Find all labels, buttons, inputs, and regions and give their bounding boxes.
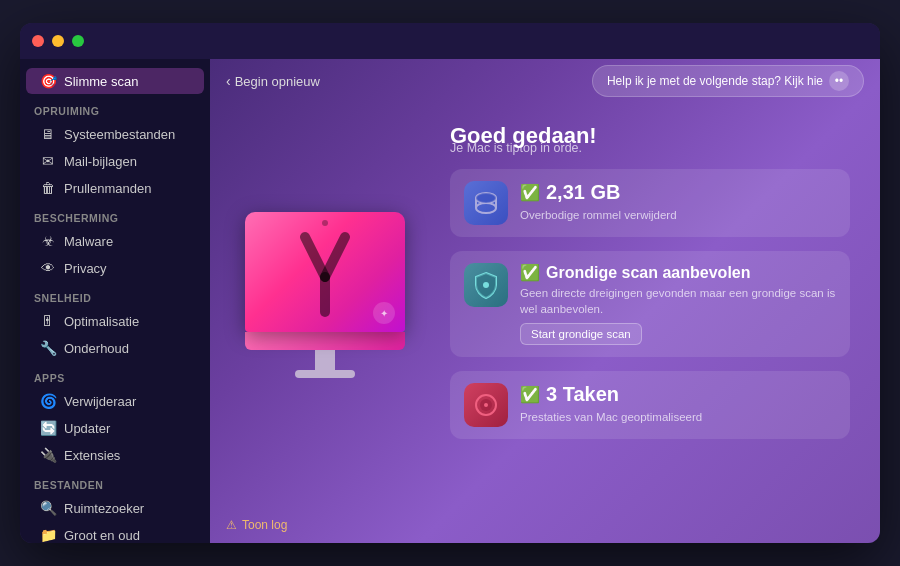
shield-icon bbox=[464, 263, 508, 307]
titlebar bbox=[20, 23, 880, 59]
help-text: Help ik je met de volgende stap? Kijk hi… bbox=[607, 74, 823, 88]
svg-line-0 bbox=[305, 237, 325, 277]
sidebar-item-systeembestanden[interactable]: 🖥 Systeembestanden bbox=[26, 121, 204, 147]
onderhoud-icon: 🔧 bbox=[40, 340, 56, 356]
slimme-scan-icon: 🎯 bbox=[40, 73, 56, 89]
main-body: ✦ Goed gedaan! Je Mac is tiptop in orde. bbox=[210, 103, 880, 507]
content-area: 🎯 Slimme scan Opruiming 🖥 Systeembestand… bbox=[20, 59, 880, 543]
sidebar-item-privacy[interactable]: 👁 Privacy bbox=[26, 255, 204, 281]
sidebar-item-onderhoud[interactable]: 🔧 Onderhoud bbox=[26, 335, 204, 361]
scan-desc: Geen directe dreigingen gevonden maar ee… bbox=[520, 285, 836, 317]
sidebar-item-label: Mail-bijlagen bbox=[64, 154, 137, 169]
sidebar-item-label: Optimalisatie bbox=[64, 314, 139, 329]
warning-icon: ⚠ bbox=[226, 518, 237, 532]
result-item-scan: ✅ Grondige scan aanbevolen Geen directe … bbox=[450, 251, 850, 357]
sidebar-item-label: Updater bbox=[64, 421, 110, 436]
groot-en-oud-icon: 📁 bbox=[40, 527, 56, 543]
close-button[interactable] bbox=[32, 35, 44, 47]
tasks-desc: Prestaties van Mac geoptimaliseerd bbox=[520, 409, 836, 425]
ruimtezoeker-icon: 🔍 bbox=[40, 500, 56, 516]
privacy-icon: 👁 bbox=[40, 260, 56, 276]
imac-screen: ✦ bbox=[245, 212, 405, 332]
help-dots: •• bbox=[829, 71, 849, 91]
imac-chin bbox=[245, 332, 405, 350]
scan-content: ✅ Grondige scan aanbevolen Geen directe … bbox=[520, 263, 836, 345]
svg-point-8 bbox=[476, 193, 496, 203]
tasks-icon bbox=[464, 383, 508, 427]
sidebar-item-label: Malware bbox=[64, 234, 113, 249]
scan-main: ✅ Grondige scan aanbevolen bbox=[520, 263, 836, 282]
sidebar-item-extensies[interactable]: 🔌 Extensies bbox=[26, 442, 204, 468]
svg-point-5 bbox=[476, 203, 496, 213]
results-panel: Goed gedaan! Je Mac is tiptop in orde. bbox=[440, 103, 880, 507]
sidebar: 🎯 Slimme scan Opruiming 🖥 Systeembestand… bbox=[20, 59, 210, 543]
minimize-button[interactable] bbox=[52, 35, 64, 47]
extensies-icon: 🔌 bbox=[40, 447, 56, 463]
results-subtitle: Je Mac is tiptop in orde. bbox=[450, 141, 850, 155]
y-shape-icon bbox=[295, 227, 355, 317]
section-bescherming: Bescherming bbox=[20, 202, 210, 227]
sidebar-item-updater[interactable]: 🔄 Updater bbox=[26, 415, 204, 441]
imac-stand-neck bbox=[315, 350, 335, 370]
optimalisatie-icon: 🎚 bbox=[40, 313, 56, 329]
back-label: Begin opnieuw bbox=[235, 74, 320, 89]
sidebar-item-label: Verwijderaar bbox=[64, 394, 136, 409]
sidebar-item-label: Onderhoud bbox=[64, 341, 129, 356]
updater-icon: 🔄 bbox=[40, 420, 56, 436]
mail-icon: ✉ bbox=[40, 153, 56, 169]
app-window: 🎯 Slimme scan Opruiming 🖥 Systeembestand… bbox=[20, 23, 880, 543]
storage-desc: Overbodige rommel verwijderd bbox=[520, 207, 836, 223]
main-topbar: ‹ Begin opnieuw Help ik je met de volgen… bbox=[210, 59, 880, 103]
screen-badge: ✦ bbox=[373, 302, 395, 324]
imac-illustration: ✦ bbox=[245, 212, 405, 378]
svg-point-12 bbox=[484, 403, 488, 407]
section-opruiming: Opruiming bbox=[20, 95, 210, 120]
chevron-left-icon: ‹ bbox=[226, 73, 231, 89]
sidebar-item-label: Ruimtezoeker bbox=[64, 501, 144, 516]
svg-line-1 bbox=[325, 237, 345, 277]
trash-icon: 🗑 bbox=[40, 180, 56, 196]
scan-heading: Grondige scan aanbevolen bbox=[546, 264, 751, 282]
sidebar-item-malware[interactable]: ☣ Malware bbox=[26, 228, 204, 254]
svg-point-9 bbox=[483, 282, 489, 288]
illustration-area: ✦ bbox=[210, 103, 440, 507]
verwijderaar-icon: 🌀 bbox=[40, 393, 56, 409]
result-item-tasks: ✅ 3 Taken Prestaties van Mac geoptimalis… bbox=[450, 371, 850, 439]
check-icon-scan: ✅ bbox=[520, 263, 540, 282]
sidebar-item-label: Systeembestanden bbox=[64, 127, 175, 142]
sidebar-item-optimalisatie[interactable]: 🎚 Optimalisatie bbox=[26, 308, 204, 334]
back-button[interactable]: ‹ Begin opnieuw bbox=[226, 73, 320, 89]
bottom-bar: ⚠ Toon log bbox=[210, 507, 880, 543]
help-pill[interactable]: Help ik je met de volgende stap? Kijk hi… bbox=[592, 65, 864, 97]
sidebar-item-slimme-scan[interactable]: 🎯 Slimme scan bbox=[26, 68, 204, 94]
section-snelheid: Snelheid bbox=[20, 282, 210, 307]
result-item-storage: ✅ 2,31 GB Overbodige rommel verwijderd bbox=[450, 169, 850, 237]
tasks-heading: 3 Taken bbox=[546, 383, 619, 406]
start-scan-button[interactable]: Start grondige scan bbox=[520, 323, 642, 345]
check-icon: ✅ bbox=[520, 183, 540, 202]
systeembestanden-icon: 🖥 bbox=[40, 126, 56, 142]
sidebar-item-label: Groot en oud bbox=[64, 528, 140, 543]
tasks-main: ✅ 3 Taken bbox=[520, 383, 836, 406]
sidebar-item-label: Prullenmanden bbox=[64, 181, 151, 196]
sidebar-item-groot-en-oud[interactable]: 📁 Groot en oud bbox=[26, 522, 204, 543]
sidebar-item-prullenmanden[interactable]: 🗑 Prullenmanden bbox=[26, 175, 204, 201]
sidebar-item-label: Privacy bbox=[64, 261, 107, 276]
sidebar-item-ruimtezoeker[interactable]: 🔍 Ruimtezoeker bbox=[26, 495, 204, 521]
check-icon-tasks: ✅ bbox=[520, 385, 540, 404]
sidebar-item-label: Extensies bbox=[64, 448, 120, 463]
main-content: ‹ Begin opnieuw Help ik je met de volgen… bbox=[210, 59, 880, 543]
tasks-content: ✅ 3 Taken Prestaties van Mac geoptimalis… bbox=[520, 383, 836, 425]
log-link[interactable]: ⚠ Toon log bbox=[226, 518, 287, 532]
malware-icon: ☣ bbox=[40, 233, 56, 249]
sidebar-item-verwijderaar[interactable]: 🌀 Verwijderaar bbox=[26, 388, 204, 414]
storage-content: ✅ 2,31 GB Overbodige rommel verwijderd bbox=[520, 181, 836, 223]
maximize-button[interactable] bbox=[72, 35, 84, 47]
sidebar-item-mail-bijlagen[interactable]: ✉ Mail-bijlagen bbox=[26, 148, 204, 174]
storage-main: ✅ 2,31 GB bbox=[520, 181, 836, 204]
imac-stand-base bbox=[295, 370, 355, 378]
sidebar-item-label: Slimme scan bbox=[64, 74, 138, 89]
section-bestanden: Bestanden bbox=[20, 469, 210, 494]
log-label: Toon log bbox=[242, 518, 287, 532]
storage-icon bbox=[464, 181, 508, 225]
